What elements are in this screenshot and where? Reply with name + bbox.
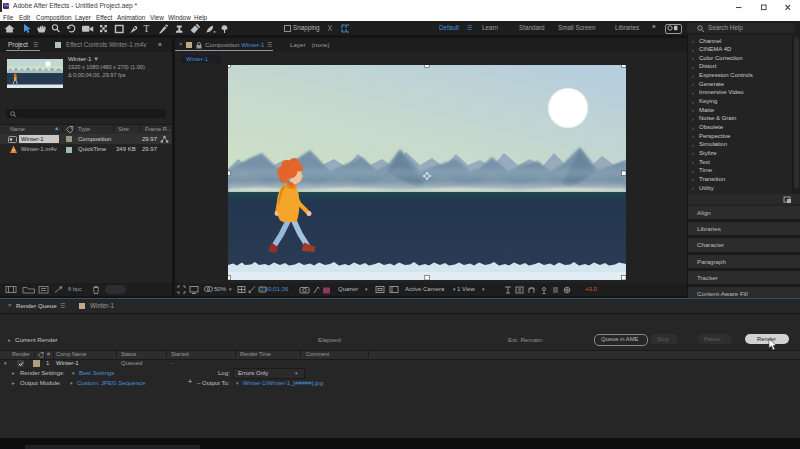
svg-text:T: T [144, 23, 150, 34]
